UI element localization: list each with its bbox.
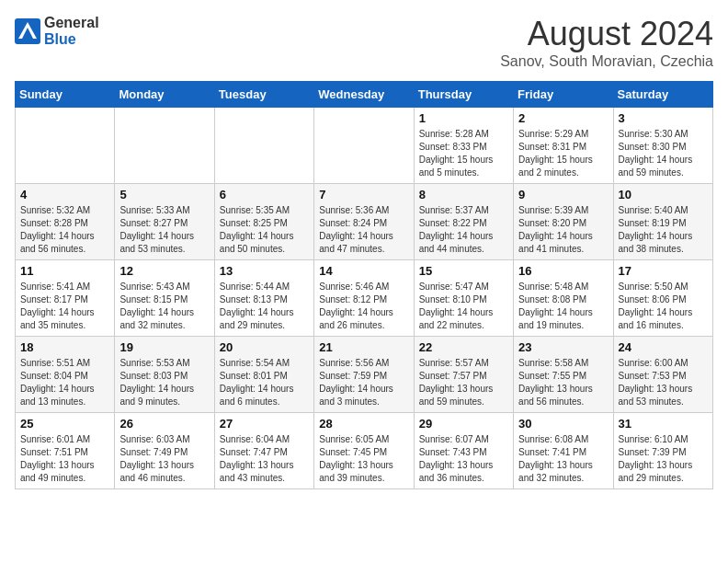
day-of-week-header: Saturday: [613, 82, 712, 108]
day-number: 16: [518, 264, 608, 278]
calendar-cell: 26Sunrise: 6:03 AM Sunset: 7:49 PM Dayli…: [115, 413, 214, 489]
day-number: 7: [319, 188, 408, 201]
day-number: 8: [419, 188, 508, 201]
location-subtitle: Sanov, South Moravian, Czechia: [500, 53, 713, 70]
calendar-header-row: SundayMondayTuesdayWednesdayThursdayFrid…: [16, 82, 713, 108]
calendar-cell: 22Sunrise: 5:57 AM Sunset: 7:57 PM Dayli…: [414, 337, 513, 413]
day-number: 15: [419, 264, 508, 278]
day-sun-info: Sunrise: 6:03 AM Sunset: 7:49 PM Dayligh…: [119, 433, 209, 485]
day-sun-info: Sunrise: 5:32 AM Sunset: 8:28 PM Dayligh…: [20, 204, 109, 256]
calendar-cell: [16, 108, 115, 184]
day-sun-info: Sunrise: 5:47 AM Sunset: 8:10 PM Dayligh…: [419, 281, 508, 332]
logo: General Blue: [15, 15, 99, 48]
calendar-cell: 2Sunrise: 5:29 AM Sunset: 8:31 PM Daylig…: [514, 108, 613, 184]
calendar-cell: 11Sunrise: 5:41 AM Sunset: 8:17 PM Dayli…: [16, 260, 115, 337]
day-of-week-header: Monday: [115, 82, 214, 108]
day-sun-info: Sunrise: 5:30 AM Sunset: 8:30 PM Dayligh…: [619, 128, 708, 179]
calendar-cell: [115, 108, 214, 184]
calendar-cell: 5Sunrise: 5:33 AM Sunset: 8:27 PM Daylig…: [115, 184, 214, 260]
calendar-cell: 7Sunrise: 5:36 AM Sunset: 8:24 PM Daylig…: [314, 184, 414, 260]
calendar-cell: 25Sunrise: 6:01 AM Sunset: 7:51 PM Dayli…: [16, 413, 115, 489]
day-number: 18: [20, 340, 109, 354]
calendar-cell: 29Sunrise: 6:07 AM Sunset: 7:43 PM Dayli…: [414, 413, 513, 489]
calendar-cell: 18Sunrise: 5:51 AM Sunset: 8:04 PM Dayli…: [16, 337, 115, 413]
day-number: 10: [619, 188, 708, 201]
day-sun-info: Sunrise: 6:08 AM Sunset: 7:41 PM Dayligh…: [518, 433, 608, 485]
day-number: 21: [319, 340, 408, 354]
calendar-cell: 8Sunrise: 5:37 AM Sunset: 8:22 PM Daylig…: [414, 184, 513, 260]
day-number: 28: [319, 417, 408, 431]
calendar-cell: [314, 108, 414, 184]
day-sun-info: Sunrise: 5:39 AM Sunset: 8:20 PM Dayligh…: [518, 204, 608, 256]
calendar-cell: 27Sunrise: 6:04 AM Sunset: 7:47 PM Dayli…: [214, 413, 313, 489]
day-number: 4: [20, 188, 109, 201]
calendar-cell: 17Sunrise: 5:50 AM Sunset: 8:06 PM Dayli…: [613, 260, 712, 337]
day-of-week-header: Tuesday: [214, 82, 313, 108]
day-sun-info: Sunrise: 5:28 AM Sunset: 8:33 PM Dayligh…: [419, 128, 508, 179]
calendar-cell: 31Sunrise: 6:10 AM Sunset: 7:39 PM Dayli…: [613, 413, 712, 489]
day-number: 20: [220, 340, 309, 354]
calendar-table: SundayMondayTuesdayWednesdayThursdayFrid…: [15, 81, 713, 489]
day-sun-info: Sunrise: 5:41 AM Sunset: 8:17 PM Dayligh…: [20, 281, 109, 332]
day-sun-info: Sunrise: 6:05 AM Sunset: 7:45 PM Dayligh…: [319, 433, 408, 485]
month-year-title: August 2024: [500, 15, 713, 53]
logo-icon: [15, 18, 40, 44]
day-number: 3: [619, 111, 708, 125]
day-number: 25: [20, 417, 109, 431]
logo-general-text: General: [44, 15, 99, 30]
calendar-week-row: 11Sunrise: 5:41 AM Sunset: 8:17 PM Dayli…: [16, 260, 713, 337]
calendar-week-row: 18Sunrise: 5:51 AM Sunset: 8:04 PM Dayli…: [16, 337, 713, 413]
day-sun-info: Sunrise: 5:40 AM Sunset: 8:19 PM Dayligh…: [619, 204, 708, 256]
day-number: 14: [319, 264, 408, 278]
day-number: 2: [518, 111, 608, 125]
day-number: 9: [518, 188, 608, 201]
day-number: 22: [419, 340, 508, 354]
calendar-cell: 23Sunrise: 5:58 AM Sunset: 7:55 PM Dayli…: [514, 337, 613, 413]
calendar-cell: 14Sunrise: 5:46 AM Sunset: 8:12 PM Dayli…: [314, 260, 414, 337]
day-sun-info: Sunrise: 5:29 AM Sunset: 8:31 PM Dayligh…: [518, 128, 608, 179]
day-number: 27: [220, 417, 309, 431]
day-sun-info: Sunrise: 5:57 AM Sunset: 7:57 PM Dayligh…: [419, 357, 508, 408]
day-sun-info: Sunrise: 5:53 AM Sunset: 8:03 PM Dayligh…: [119, 357, 209, 408]
calendar-cell: 28Sunrise: 6:05 AM Sunset: 7:45 PM Dayli…: [314, 413, 414, 489]
day-sun-info: Sunrise: 6:01 AM Sunset: 7:51 PM Dayligh…: [20, 433, 109, 485]
calendar-cell: 20Sunrise: 5:54 AM Sunset: 8:01 PM Dayli…: [214, 337, 313, 413]
day-sun-info: Sunrise: 5:56 AM Sunset: 7:59 PM Dayligh…: [319, 357, 408, 408]
day-number: 26: [119, 417, 209, 431]
day-number: 1: [419, 111, 508, 125]
day-number: 31: [619, 417, 708, 431]
calendar-cell: 3Sunrise: 5:30 AM Sunset: 8:30 PM Daylig…: [613, 108, 712, 184]
day-number: 11: [20, 264, 109, 278]
calendar-cell: 4Sunrise: 5:32 AM Sunset: 8:28 PM Daylig…: [16, 184, 115, 260]
day-number: 19: [119, 340, 209, 354]
day-sun-info: Sunrise: 5:35 AM Sunset: 8:25 PM Dayligh…: [220, 204, 309, 256]
calendar-cell: 21Sunrise: 5:56 AM Sunset: 7:59 PM Dayli…: [314, 337, 414, 413]
day-sun-info: Sunrise: 5:43 AM Sunset: 8:15 PM Dayligh…: [119, 281, 209, 332]
logo-blue-text: Blue: [44, 31, 76, 47]
calendar-cell: 1Sunrise: 5:28 AM Sunset: 8:33 PM Daylig…: [414, 108, 513, 184]
calendar-cell: 10Sunrise: 5:40 AM Sunset: 8:19 PM Dayli…: [613, 184, 712, 260]
calendar-cell: 12Sunrise: 5:43 AM Sunset: 8:15 PM Dayli…: [115, 260, 214, 337]
day-number: 30: [518, 417, 608, 431]
day-number: 17: [619, 264, 708, 278]
calendar-cell: 15Sunrise: 5:47 AM Sunset: 8:10 PM Dayli…: [414, 260, 513, 337]
day-sun-info: Sunrise: 5:46 AM Sunset: 8:12 PM Dayligh…: [319, 281, 408, 332]
day-sun-info: Sunrise: 6:00 AM Sunset: 7:53 PM Dayligh…: [619, 357, 708, 408]
day-number: 29: [419, 417, 508, 431]
calendar-week-row: 1Sunrise: 5:28 AM Sunset: 8:33 PM Daylig…: [16, 108, 713, 184]
page-header: General Blue August 2024 Sanov, South Mo…: [15, 15, 713, 70]
calendar-cell: 24Sunrise: 6:00 AM Sunset: 7:53 PM Dayli…: [613, 337, 712, 413]
day-sun-info: Sunrise: 5:54 AM Sunset: 8:01 PM Dayligh…: [220, 357, 309, 408]
day-sun-info: Sunrise: 6:07 AM Sunset: 7:43 PM Dayligh…: [419, 433, 508, 485]
day-of-week-header: Wednesday: [314, 82, 414, 108]
day-sun-info: Sunrise: 5:48 AM Sunset: 8:08 PM Dayligh…: [518, 281, 608, 332]
day-number: 6: [220, 188, 309, 201]
day-number: 12: [119, 264, 209, 278]
day-sun-info: Sunrise: 5:33 AM Sunset: 8:27 PM Dayligh…: [119, 204, 209, 256]
day-sun-info: Sunrise: 5:36 AM Sunset: 8:24 PM Dayligh…: [319, 204, 408, 256]
calendar-week-row: 4Sunrise: 5:32 AM Sunset: 8:28 PM Daylig…: [16, 184, 713, 260]
day-number: 13: [220, 264, 309, 278]
calendar-cell: 19Sunrise: 5:53 AM Sunset: 8:03 PM Dayli…: [115, 337, 214, 413]
day-number: 24: [619, 340, 708, 354]
day-of-week-header: Sunday: [16, 82, 115, 108]
